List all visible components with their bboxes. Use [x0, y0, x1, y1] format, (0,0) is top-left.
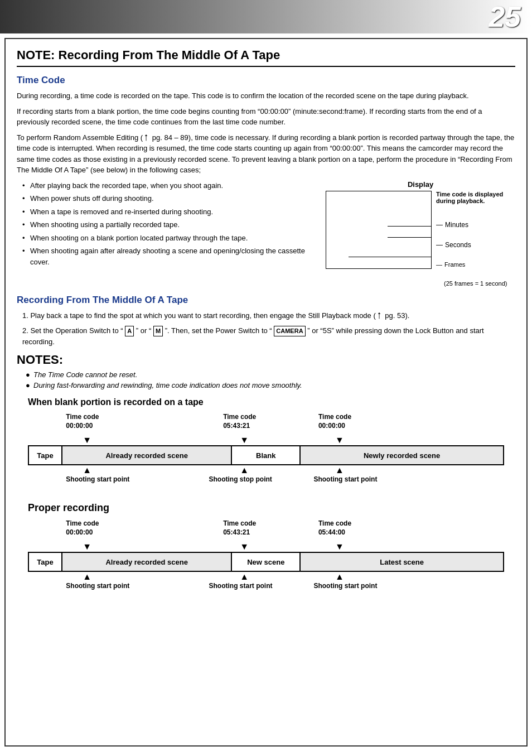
bullets-column: After playing back the recorded tape, wh…	[17, 180, 315, 287]
proper-tape-diagram: Time code00:00:00 Time code05:43:21 Time…	[28, 519, 504, 598]
proper-arrow-up-2: ▲	[240, 572, 249, 582]
blank-arrow-up-1: ▲	[83, 465, 91, 475]
list-item: When shooting again after already shooti…	[22, 245, 315, 267]
blank-seg-already: Already recorded scene	[62, 446, 232, 464]
display-column: Display Time code is displayed during pl…	[326, 180, 515, 287]
time-code-para3: To perform Random Assemble Editing (⭡ pg…	[17, 132, 515, 176]
step-2: 2. Set the Operation Switch to “ A ” or …	[22, 325, 515, 347]
blank-arrow-down-2: ▼	[240, 435, 249, 445]
blank-tape-label: Tape	[29, 446, 62, 464]
blank-timecode-row: Time code00:00:00 Time code05:43:21 Time…	[28, 413, 504, 435]
proper-arrow-up-row: ▲ ▲ ▲	[28, 572, 504, 582]
proper-arrow-down-row: ▼ ▼ ▼	[28, 542, 504, 552]
numbered-list: 1. Play back a tape to find the spot at …	[17, 310, 515, 348]
blank-arrow-down-row: ▼ ▼ ▼	[28, 435, 504, 445]
display-annotations: Time code is displayed during playback. …	[432, 191, 515, 287]
seconds-line	[388, 237, 432, 238]
proper-shoot3: Shooting start point	[313, 582, 377, 590]
main-content: NOTE: Recording From The Middle Of A Tap…	[4, 38, 528, 747]
annotation-frames: Frames	[436, 261, 515, 268]
annotation-minutes: Minutes	[436, 221, 515, 229]
bullet-list: After playing back the recorded tape, wh…	[17, 180, 315, 268]
proper-timecode-row: Time code00:00:00 Time code05:43:21 Time…	[28, 519, 504, 542]
blank-arrow-down-3: ▼	[335, 435, 344, 445]
step-1: 1. Play back a tape to find the spot at …	[22, 310, 515, 321]
list-item: After playing back the recorded tape, wh…	[22, 180, 315, 191]
note-item: During fast-forwarding and rewinding, ti…	[26, 381, 515, 389]
icon-m: M	[153, 326, 163, 336]
proper-shoot1: Shooting start point	[66, 582, 129, 590]
notes-heading: NOTES:	[17, 353, 515, 367]
blank-arrow-up-3: ▲	[335, 465, 344, 475]
notes-list: The Time Code cannot be reset. During fa…	[17, 370, 515, 389]
annotation-frames-note: (25 frames = 1 second)	[444, 280, 515, 287]
list-item: When power shuts off during shooting.	[22, 193, 315, 204]
blank-diagram-title: When blank portion is recorded on a tape	[17, 397, 515, 407]
time-code-para1: During recording, a time code is recorde…	[17, 90, 515, 102]
blank-arrow-down-1: ▼	[83, 435, 91, 445]
display-area: Time code is displayed during playback. …	[326, 191, 515, 287]
blank-shooting-row: Shooting start point Shooting stop point…	[28, 475, 504, 491]
display-label: Display	[326, 180, 515, 189]
annotation-playback: Time code is displayed during playback.	[436, 191, 515, 204]
annotation-seconds: Seconds	[436, 241, 515, 249]
time-code-heading: Time Code	[17, 75, 515, 86]
recording-middle-heading: Recording From The Middle Of A Tape	[17, 295, 515, 306]
blank-seg-blank: Blank	[232, 446, 301, 464]
blank-shoot3: Shooting start point	[313, 475, 377, 483]
proper-tape-bar: Tape Already recorded scene New scene La…	[28, 552, 504, 572]
blank-shoot1: Shooting start point	[66, 475, 129, 483]
icon-a: A	[125, 326, 134, 336]
proper-diagram-section: Proper recording Time code00:00:00 Time …	[17, 502, 515, 598]
page-header: 25	[0, 0, 532, 33]
blank-seg-newly: Newly recorded scene	[301, 446, 503, 464]
display-box	[326, 191, 432, 269]
blank-tc3: Time code00:00:00	[318, 413, 351, 430]
proper-arrow-down-3: ▼	[335, 542, 344, 552]
page-number: 25	[489, 0, 521, 33]
blank-tc1: Time code00:00:00	[66, 413, 99, 430]
proper-arrow-down-1: ▼	[83, 542, 91, 552]
proper-tape-label: Tape	[29, 553, 62, 571]
proper-diagram-title: Proper recording	[28, 502, 515, 514]
proper-arrow-up-1: ▲	[83, 572, 91, 582]
note-item: The Time Code cannot be reset.	[26, 370, 515, 379]
proper-shooting-row: Shooting start point Shooting start poin…	[28, 582, 504, 598]
proper-seg-latest: Latest scene	[301, 553, 503, 571]
proper-seg-already: Already recorded scene	[62, 553, 232, 571]
proper-arrow-down-2: ▼	[240, 542, 249, 552]
two-col-section: After playing back the recorded tape, wh…	[17, 180, 515, 287]
main-title: NOTE: Recording From The Middle Of A Tap…	[17, 48, 515, 67]
blank-tape-bar: Tape Already recorded scene Blank Newly …	[28, 445, 504, 465]
blank-arrow-up-row: ▲ ▲ ▲	[28, 465, 504, 475]
proper-tc3: Time code05:44:00	[318, 519, 351, 537]
blank-arrow-up-2: ▲	[240, 465, 249, 475]
proper-seg-new: New scene	[232, 553, 301, 571]
proper-tc1: Time code00:00:00	[66, 519, 99, 537]
icon-camera: CAMERA	[274, 326, 305, 336]
blank-shoot2: Shooting stop point	[209, 475, 272, 483]
frames-line	[349, 257, 432, 257]
blank-tc2: Time code05:43:21	[223, 413, 256, 430]
list-item: When shooting on a blank portion located…	[22, 233, 315, 244]
blank-diagram-section: When blank portion is recorded on a tape…	[17, 397, 515, 491]
time-code-para2: If recording starts from a blank portion…	[17, 106, 515, 128]
minutes-line	[388, 226, 432, 227]
list-item: When shooting using a partially recorded…	[22, 219, 315, 230]
proper-arrow-up-3: ▲	[335, 572, 344, 582]
list-item: When a tape is removed and re-inserted d…	[22, 206, 315, 218]
page-wrapper: 25 NOTE: Recording From The Middle Of A …	[0, 0, 532, 756]
proper-shoot2: Shooting start point	[209, 582, 273, 590]
proper-tc2: Time code05:43:21	[223, 519, 256, 537]
blank-tape-diagram: Time code00:00:00 Time code05:43:21 Time…	[28, 413, 504, 491]
